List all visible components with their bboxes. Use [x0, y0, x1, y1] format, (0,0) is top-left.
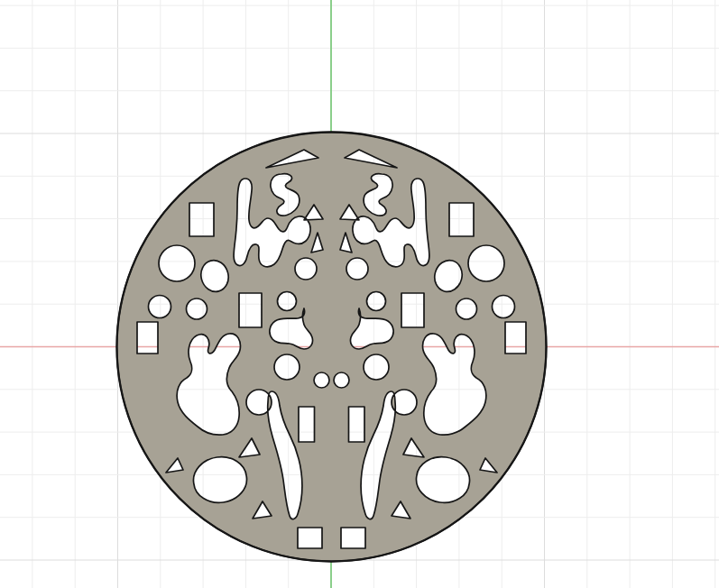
cad-viewport[interactable] — [0, 0, 719, 588]
perforated-disc-body[interactable] — [117, 133, 547, 562]
viewport-canvas[interactable] — [0, 0, 719, 588]
